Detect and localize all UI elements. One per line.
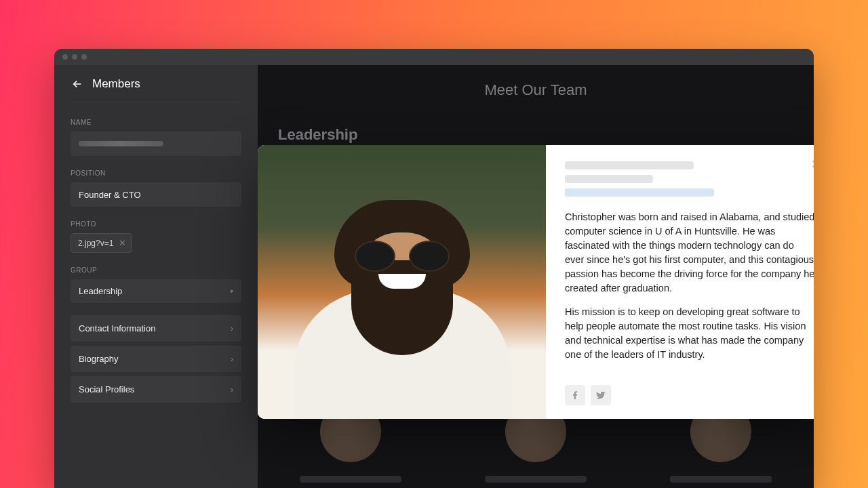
facebook-icon: [570, 390, 580, 401]
section-title: Leadership: [278, 126, 793, 144]
social-links: [565, 385, 814, 405]
member-role-skeleton: [565, 175, 653, 183]
twitter-icon: [595, 390, 606, 401]
member-photo: [258, 145, 546, 419]
window-dot[interactable]: [72, 54, 77, 60]
member-bio: Christopher was born and raised in Alaba…: [565, 210, 814, 371]
member-detail-body: Christopher was born and raised in Alaba…: [546, 145, 814, 419]
caret-down-icon: ▾: [230, 287, 233, 295]
chevron-right-icon: ›: [231, 324, 233, 333]
back-button[interactable]: [71, 77, 84, 91]
window-dot[interactable]: [81, 54, 87, 60]
twitter-link[interactable]: [591, 385, 611, 405]
field-label-photo: PHOTO: [71, 220, 241, 228]
member-contact-skeleton: [565, 188, 714, 197]
chevron-right-icon: ›: [231, 354, 233, 364]
row-contact-information[interactable]: Contact Information ›: [71, 315, 241, 342]
sidebar-title: Members: [92, 77, 140, 91]
name-input[interactable]: [71, 131, 241, 156]
bio-paragraph: Christopher was born and raised in Alaba…: [565, 210, 814, 296]
field-label-position: POSITION: [71, 169, 241, 177]
photo-chip-remove[interactable]: ✕: [119, 238, 126, 248]
name-input-skeleton: [79, 141, 163, 146]
row-social-profiles[interactable]: Social Profiles ›: [71, 376, 241, 403]
app-window: Members NAME POSITION Founder & CTO PHOT…: [54, 49, 814, 488]
sidebar-header: Members: [71, 77, 241, 102]
row-biography[interactable]: Biography ›: [71, 346, 241, 372]
close-icon: [810, 158, 814, 170]
position-input-value: Founder & CTO: [79, 190, 141, 200]
member-name-skeleton: [565, 161, 694, 169]
card-name-skeleton: [670, 476, 772, 483]
facebook-link[interactable]: [565, 385, 585, 405]
card-name-skeleton: [300, 476, 401, 483]
bio-paragraph: His mission is to keep on developing gre…: [565, 305, 814, 362]
window-dot[interactable]: [62, 54, 68, 60]
row-label: Contact Information: [79, 323, 155, 333]
arrow-left-icon: [71, 78, 83, 90]
window-titlebar: [54, 49, 814, 65]
group-select-value: Leadership: [79, 286, 122, 296]
member-detail-modal: Christopher was born and raised in Alaba…: [258, 145, 814, 419]
row-label: Biography: [79, 354, 119, 364]
photo-chip[interactable]: 2.jpg?v=1 ✕: [71, 233, 132, 253]
position-input[interactable]: Founder & CTO: [71, 182, 241, 207]
card-name-skeleton: [485, 476, 587, 483]
field-label-group: GROUP: [71, 266, 241, 274]
photo-chip-label: 2.jpg?v=1: [78, 239, 113, 248]
field-label-name: NAME: [71, 119, 241, 126]
chevron-right-icon: ›: [231, 385, 233, 394]
row-label: Social Profiles: [79, 384, 134, 394]
page-title: Meet Our Team: [278, 81, 793, 99]
sidebar: Members NAME POSITION Founder & CTO PHOT…: [54, 65, 258, 488]
close-button[interactable]: [810, 156, 814, 176]
group-select[interactable]: Leadership ▾: [71, 279, 241, 303]
